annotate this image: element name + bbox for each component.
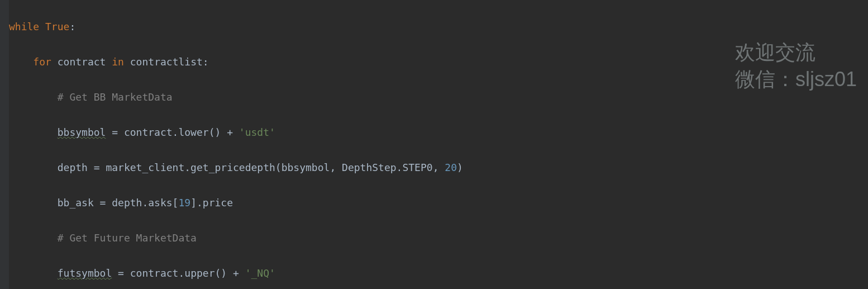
comment: # Get Future MarketData bbox=[58, 232, 197, 244]
comment: # Get BB MarketData bbox=[58, 91, 173, 103]
keyword-in: in bbox=[112, 56, 130, 68]
code-line[interactable]: bbsymbol = contract.lower() + 'usdt' bbox=[9, 124, 868, 141]
keyword-while: while bbox=[9, 21, 45, 32]
code-line[interactable]: for contract in contractlist: bbox=[9, 53, 868, 71]
number-literal: 20 bbox=[445, 162, 457, 173]
keyword-for: for bbox=[33, 56, 57, 68]
code-editor[interactable]: while True: for contract in contractlist… bbox=[9, 0, 868, 289]
string-literal: '_NQ' bbox=[245, 267, 275, 279]
number-literal: 19 bbox=[178, 197, 190, 209]
code-line[interactable]: # Get BB MarketData bbox=[9, 88, 868, 106]
var-bbsymbol: bbsymbol bbox=[58, 126, 106, 138]
var-futsymbol: futsymbol bbox=[58, 267, 112, 279]
code-line[interactable]: # Get Future MarketData bbox=[9, 229, 868, 247]
code-line[interactable]: futsymbol = contract.upper() + '_NQ' bbox=[9, 264, 868, 282]
editor-gutter bbox=[0, 0, 9, 289]
code-line[interactable]: depth = market_client.get_pricedepth(bbs… bbox=[9, 159, 868, 177]
code-line[interactable]: bb_ask = depth.asks[19].price bbox=[9, 194, 868, 212]
string-literal: 'usdt' bbox=[239, 126, 275, 138]
code-line[interactable]: while True: bbox=[9, 18, 868, 36]
const-true: True bbox=[45, 21, 69, 32]
